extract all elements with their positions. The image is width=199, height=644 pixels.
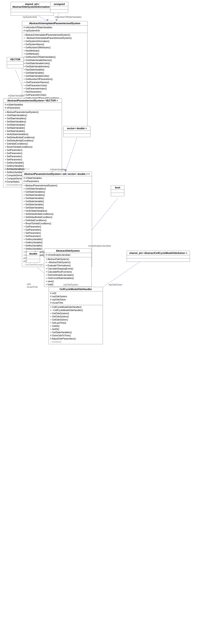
member-apsv-getstv: + GetStateVariables() xyxy=(24,190,90,194)
member-mparams-sv: # mParameters xyxy=(24,180,90,183)
member-apsv-getstvvar2: + GetStateVariable() xyxy=(24,200,90,203)
box-bool-title: bool xyxy=(111,186,124,190)
member-apsv-getparam1: + GetParameter() xyxy=(24,225,90,228)
box-cell-cycle-protected: # mDt # mpOdeSystem # mpOdeSolver # mLas… xyxy=(49,292,103,305)
member-aos-rgetconststv: + rGetConstStateVariables() xyxy=(46,277,90,280)
member-apsv-getparam2: + GetParameter() xyxy=(24,228,90,232)
box-shared-ptr-ode-solver-s1 xyxy=(127,255,190,258)
box-shared-ptr-ode-system-info-s2 xyxy=(11,12,53,15)
member-cch-destructor: + ~CellCycleModelOdeHandler() xyxy=(50,309,101,312)
member-apsv-getanyvar2: + GetAnyVariable() xyxy=(24,241,90,244)
box-shared-ptr-ode-solver: shared_ptr< AbstractCellCycleModelOdeSol… xyxy=(127,251,190,262)
member-cch-constructor: + CellCycleModelOdeHandler() xyxy=(50,306,101,309)
member-mstatevars-sv: # mStateVariables xyxy=(24,177,90,180)
label-mnumber: mNumberOfStateVariables xyxy=(55,16,82,18)
box-double-s2 xyxy=(27,259,40,262)
diagram-container: shared_ptr< AbstractOdeSystemInformation… xyxy=(0,0,199,644)
member-apv-setstv3: + SetStateVariable() xyxy=(5,130,60,133)
member-apv-constructor: + AbstractParameterisedSystem() xyxy=(5,111,60,114)
member-getsystemname: + GetSystemName() xyxy=(24,43,86,46)
box-abstract-ode-public: + AbstractOdeSystem() + ~AbstractOdeSyst… xyxy=(44,257,91,287)
svg-marker-2 xyxy=(46,19,49,21)
member-cch-setodesystem: + SetOdeSystem() xyxy=(50,315,101,318)
label-museanalyticjacobian: mUseAnalyticJacobian xyxy=(88,245,111,247)
member-cch-adjustodeparams: # AdjustOdeParameters() xyxy=(50,337,101,340)
member-mpodesolver: # mpOdeSolver xyxy=(50,298,101,301)
member-aos-evaluateyderiv: + EvaluateYDerivatives() xyxy=(46,264,90,267)
label-mpsysteminfo: mpSystemInfo xyxy=(23,16,37,18)
member-cch-getodesystem: + GetOdeSystem() xyxy=(50,312,101,315)
box-unsigned-title: unsigned xyxy=(50,2,68,6)
member-getnumstatevars: + GetNumberOfStateVariables() xyxy=(24,56,86,59)
box-abstract-ode-protected: # mUseAnalyticJacobian xyxy=(44,253,91,257)
box-double-s1 xyxy=(27,256,40,259)
box-abstract-ode-system: AbstractOdeSystem # mUseAnalyticJacobian… xyxy=(44,248,92,287)
member-rgetparamunits: + rGetParameterUnits() xyxy=(24,84,86,87)
member-apsv-setanyvar1: + SetAnyVariable() xyxy=(24,244,90,247)
member-getnumattribs: + GetNumberOfAttributes() xyxy=(24,46,86,49)
member-cch-getodesolver: + GetOdeSolver() xyxy=(50,318,101,322)
member-apsv-getstvvar1: + GetStateVariable() xyxy=(24,197,90,200)
member-apv-getanyvar2: + GetAnyVariable() xyxy=(5,164,60,168)
label-mdt: mDt xyxy=(27,283,31,286)
member-apv-getinitcond: + GetInitialConditions() xyxy=(5,142,60,146)
box-double-title: double xyxy=(27,252,40,256)
box-shared-ptr-ode-system-info-s1 xyxy=(11,9,53,12)
member-cch-serialize: - serialize() xyxy=(50,340,101,344)
label-mlasttime: mLastTime xyxy=(27,286,38,288)
label-mpodesolver: mpOdeSolver xyxy=(109,284,122,286)
member-apv-setparam1: + SetParameter() xyxy=(5,155,60,158)
member-mparams-v: # mParameters xyxy=(5,106,60,110)
box-shared-ptr-ode-system-info-title: shared_ptr< AbstractOdeSystemInformation… xyxy=(11,2,53,9)
member-apv-getparam2: + GetParameter() xyxy=(5,152,60,155)
box-vector-s1 xyxy=(7,62,24,65)
member-apsv-resettoinitcond: + ResetToInitialConditions() xyxy=(24,222,90,225)
box-bool: bool xyxy=(111,185,124,196)
member-apsv-setdefaultcond: + SetDefaultInitialConditions() xyxy=(24,212,90,216)
member-getattr: + GetAttribute() xyxy=(24,52,86,56)
member-getstatevarsidx: + GetStateVariableIndex() xyxy=(24,65,86,68)
member-aos-getuseanalyticjac: + GetUseAnalyticJacobian() xyxy=(46,274,90,277)
member-apv-setstv2: + SetStateVariable() xyxy=(5,126,60,130)
box-shared-ptr-ode-system-info: shared_ptr< AbstractOdeSystemInformation… xyxy=(11,2,54,16)
member-getnumparams: + GetNumberOfParameters() xyxy=(24,78,86,81)
member-apsv-setstv3: + SetStateVariable() xyxy=(24,206,90,210)
box-vector-double-title: vector< double > xyxy=(64,126,90,130)
member-apv-setdefaultcond2: + SetDefaultInitialCondition() xyxy=(5,139,60,142)
box-vector: VECTOR xyxy=(7,57,24,68)
member-mstatevars-v: # mStateVariables xyxy=(5,103,60,106)
member-apsv-rgetstv: + rGetStateVariables() xyxy=(24,187,90,190)
member-hasstatevars: + HasStateVariable() xyxy=(24,68,86,72)
member-apv-setdefaultcond: + SetDefaultInitialConditions() xyxy=(5,136,60,139)
member-apv-rgetstv: + rGetStateVariables() xyxy=(5,114,60,117)
member-apsv-setstv: + SetStateVariables() xyxy=(24,194,90,197)
box-unsigned-s2 xyxy=(50,10,68,13)
member-getstatevar: + GetStateVariable() xyxy=(24,72,86,74)
box-unsigned: unsigned xyxy=(50,2,68,13)
box-cell-cycle-ode-handler-title: CellCycleModelOdeHandler xyxy=(49,287,103,292)
label-mstatevars1: mStateVariables xyxy=(8,94,25,97)
member-apv-verifystv: + VerifyStateVariables() xyxy=(5,133,60,136)
member-rgetstatevarunits: + rGetStateVariableUnits() xyxy=(24,62,86,65)
box-cell-cycle-public: + CellCycleModelOdeHandler() + ~CellCycl… xyxy=(49,305,103,344)
member-aos-save: + save() xyxy=(46,280,90,283)
member-mlasttime: # mLastTime xyxy=(50,301,101,304)
member-aos-calcrootfunc: + CalculateRootFunction() xyxy=(46,270,90,274)
box-vector-s2 xyxy=(7,65,24,68)
box-abstract-ode-system-title: AbstractOdeSystem xyxy=(44,249,91,253)
member-cch-solveodettime: # SolveOdeToTime() xyxy=(50,334,101,337)
label-std-vector-double: < std::vector< double > > xyxy=(5,168,30,170)
member-getstatevarunits: + GetStateVariableUnits() xyxy=(24,74,86,78)
box-abs-param-std-vector-title: AbstractParameterisedSystem< std::vector… xyxy=(22,172,92,176)
box-shared-ptr-ode-solver-s2 xyxy=(127,258,190,262)
box-abs-param-std-protected: # mStateVariables # mParameters xyxy=(22,176,92,184)
member-cch-setlasttime: + SetLastTime() xyxy=(50,322,101,324)
member-mnumstatevars: # mNumberOfStateVariables xyxy=(24,26,86,29)
member-apv-setparam2: + SetParameter() xyxy=(5,158,60,161)
member-apsv-verifystv: + VerifyStateVariables() xyxy=(24,210,90,212)
member-apsv-setdefaultcond2: + SetDefaultInitialCondition() xyxy=(24,216,90,219)
member-constructor1: + AbstractUntemplatedParameterisedSystem… xyxy=(24,34,86,36)
member-getparamunits: + GetParameterUnits() xyxy=(24,94,86,97)
member-aos-destructor: + ~AbstractOdeSystem() xyxy=(46,261,90,264)
member-apv-getparam1: + GetParameter() xyxy=(5,149,60,152)
